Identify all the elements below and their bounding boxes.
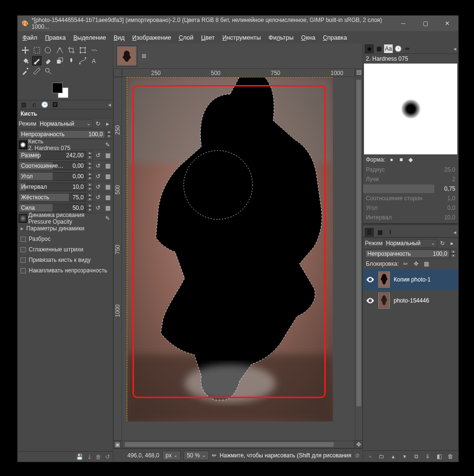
color-swatch[interactable] <box>52 83 71 97</box>
merge-down-icon[interactable]: ⇓ <box>423 452 432 461</box>
tool-options-tab-icon[interactable]: ▥ <box>20 101 27 108</box>
warp-tool-icon[interactable] <box>89 45 99 55</box>
maximize-button[interactable]: ▢ <box>414 16 436 31</box>
mode-reset-icon[interactable]: ↻ <box>94 119 102 128</box>
mask-icon[interactable]: ◧ <box>435 452 443 461</box>
menu-color[interactable]: Цвет <box>198 33 218 42</box>
bucket-fill-tool-icon[interactable] <box>21 56 30 65</box>
menu-help[interactable]: Справка <box>320 33 350 42</box>
brush-preview-icon[interactable] <box>19 141 27 149</box>
dynamics-params-label[interactable]: Параметры динамики <box>26 225 84 232</box>
force-slider[interactable]: Сила50,0 <box>19 204 86 212</box>
paths-tab-icon[interactable]: ⌇ <box>386 228 395 237</box>
menu-edit[interactable]: Правка <box>42 33 68 42</box>
opacity-spinner[interactable]: ▴▾ <box>106 130 112 139</box>
spacing-spinner[interactable]: ▴▾ <box>87 183 93 191</box>
ratio-spinner[interactable]: ▴▾ <box>87 162 93 170</box>
horizontal-scrollbar[interactable] <box>122 441 355 448</box>
layers-menu-icon[interactable]: ◂ <box>453 229 456 236</box>
accumulate-checkbox[interactable] <box>21 268 26 273</box>
undo-history-tab-icon[interactable]: 🕑 <box>41 101 48 108</box>
shape-circle-icon[interactable]: ● <box>388 156 395 163</box>
lock-position-icon[interactable]: ✥ <box>412 260 420 268</box>
force-link-icon[interactable]: ▦ <box>103 204 112 212</box>
new-layer-icon[interactable]: ▫ <box>366 452 375 461</box>
duplicate-layer-icon[interactable]: ⧉ <box>412 452 420 461</box>
hardness-link-icon[interactable]: ▦ <box>103 193 112 202</box>
shape-diamond-icon[interactable]: ◆ <box>408 156 414 163</box>
force-spinner[interactable]: ▴▾ <box>87 204 93 212</box>
brush-edit-icon[interactable]: ✎ <box>103 141 112 149</box>
zoom-tool-icon[interactable] <box>44 66 53 76</box>
menu-file[interactable]: Файл <box>20 33 40 42</box>
paintbrush-tool-icon[interactable] <box>32 56 42 65</box>
tab-menu-icon[interactable]: ◂ <box>108 101 111 108</box>
close-button[interactable]: ✕ <box>436 16 458 31</box>
mode-menu-icon[interactable]: ▸ <box>103 119 112 128</box>
lock-pixels-icon[interactable]: ✏ <box>402 260 409 268</box>
quick-mask-icon[interactable]: ▣ <box>113 441 121 448</box>
layer-item[interactable]: Копия photo-1 <box>363 269 458 290</box>
expand-icon[interactable]: ▸ <box>21 225 23 232</box>
layer-group-icon[interactable]: 🗀 <box>377 452 386 461</box>
canvas-viewport[interactable] <box>122 77 355 441</box>
layer-mode-menu-icon[interactable]: ▸ <box>448 239 456 248</box>
ruler-origin[interactable] <box>113 68 122 77</box>
crop-tool-icon[interactable] <box>66 45 76 55</box>
transform-tool-icon[interactable] <box>78 45 88 55</box>
angle-link-icon[interactable]: ▦ <box>103 172 112 181</box>
force-reset-icon[interactable]: ↺ <box>94 204 102 212</box>
vertical-scrollbar[interactable] <box>355 77 363 441</box>
save-options-icon[interactable]: 💾 <box>76 454 83 460</box>
move-tool-icon[interactable] <box>21 45 30 55</box>
image-tab[interactable] <box>116 45 137 66</box>
spacing-link-icon[interactable]: ▦ <box>103 183 112 191</box>
images-tab-icon[interactable]: 🖼 <box>51 101 59 108</box>
color-picker-tool-icon[interactable] <box>21 66 30 76</box>
layers-tab-icon[interactable]: ☰ <box>365 228 374 237</box>
hardness-reset-icon[interactable]: ↺ <box>94 193 102 202</box>
size-link-icon[interactable]: ▦ <box>103 151 112 160</box>
lower-layer-icon[interactable]: ▾ <box>400 452 409 461</box>
mode-select[interactable]: Нормальный⌄ <box>37 119 93 128</box>
close-image-icon[interactable]: ⊠ <box>139 51 149 61</box>
size-reset-icon[interactable]: ↺ <box>94 151 102 160</box>
menu-filters[interactable]: Фильтры <box>265 33 296 42</box>
nav-right-icon[interactable]: ▤ <box>355 68 363 76</box>
lock-brush-checkbox[interactable] <box>21 258 26 263</box>
shape-square-icon[interactable]: ■ <box>398 156 405 163</box>
visibility-icon[interactable] <box>366 296 375 305</box>
ruler-horizontal[interactable]: 250 500 750 1000 <box>122 68 355 77</box>
nav-corner-icon[interactable]: ✥ <box>355 441 363 448</box>
fonts-tab-icon[interactable]: Aa <box>384 44 393 53</box>
scatter-checkbox[interactable] <box>21 237 26 242</box>
ruler-vertical[interactable]: 250 500 750 1000 <box>113 77 122 441</box>
fuzzy-select-tool-icon[interactable] <box>55 45 65 55</box>
menu-view[interactable]: Вид <box>111 33 128 42</box>
smudge-tool-icon[interactable] <box>66 56 76 65</box>
clone-tool-icon[interactable] <box>55 56 65 65</box>
menu-tools[interactable]: Инструменты <box>220 33 264 42</box>
fg-color[interactable] <box>52 83 63 93</box>
layer-mode-reset-icon[interactable]: ↻ <box>438 239 447 248</box>
brush-preview[interactable] <box>364 64 457 154</box>
spacing-reset-icon[interactable]: ↺ <box>94 183 102 191</box>
ratio-link-icon[interactable]: ▦ <box>103 162 112 170</box>
free-select-tool-icon[interactable] <box>44 45 53 55</box>
ratio-slider[interactable]: Соотношение…0,00 <box>19 162 86 170</box>
menu-image[interactable]: Изображение <box>130 33 174 42</box>
raise-layer-icon[interactable]: ▴ <box>389 452 397 461</box>
channels-tab-icon[interactable]: ▦ <box>375 228 384 237</box>
dynamics-edit-icon[interactable]: ✎ <box>103 214 112 223</box>
zoom-select[interactable]: 50 %⌄ <box>184 451 209 460</box>
visibility-icon[interactable] <box>366 275 375 284</box>
layer-opacity-slider[interactable]: Непрозрачность100,0 <box>365 249 450 258</box>
history-tab-icon[interactable]: 🕑 <box>394 44 402 53</box>
layer-mode-select[interactable]: Нормальный⌄ <box>384 239 437 248</box>
size-spinner[interactable]: ▴▾ <box>87 151 93 160</box>
text-tool-icon[interactable]: A <box>89 56 99 65</box>
delete-options-icon[interactable]: 🗑 <box>96 454 101 460</box>
device-status-tab-icon[interactable]: ⎌ <box>30 101 38 108</box>
paintbrush-tab-icon[interactable]: ✏ <box>403 44 412 53</box>
reset-options-icon[interactable]: ↺ <box>105 454 110 460</box>
